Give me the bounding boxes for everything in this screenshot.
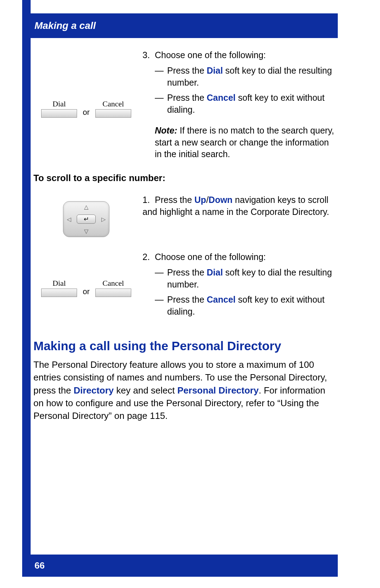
directory-keyword: Directory xyxy=(74,385,114,396)
step-row-nav-1: △ ▽ ◁ ▷ ↵ 1.Press the Up/Down navigation… xyxy=(33,194,336,237)
note-label: Note: xyxy=(155,125,177,135)
header-title: Making a call xyxy=(34,20,96,31)
step-number: 1. xyxy=(142,194,155,206)
up-keyword: Up xyxy=(195,195,206,205)
step-number: 2. xyxy=(142,251,155,263)
nav-step-1-text: 1.Press the Up/Down navigation keys to s… xyxy=(139,194,336,237)
softkey-dial: Dial xyxy=(41,99,77,118)
step-number: 3. xyxy=(142,49,155,61)
or-text: or xyxy=(83,287,90,296)
personal-directory-keyword: Personal Directory xyxy=(177,385,259,396)
margin-strip-top xyxy=(22,0,31,13)
softkey-cancel-label: Cancel xyxy=(102,99,124,109)
step-3-option-a: Press the Dial soft key to dial the resu… xyxy=(142,65,336,89)
softkey-cancel-button-icon xyxy=(95,289,131,297)
pd-heading: Making a call using the Personal Directo… xyxy=(33,339,336,353)
enter-key-icon: ↵ xyxy=(77,215,96,224)
cancel-keyword: Cancel xyxy=(207,93,236,103)
or-text: or xyxy=(83,108,90,117)
step-2-lead: Choose one of the following: xyxy=(155,252,266,262)
step-2-text: 2.Choose one of the following: Press the… xyxy=(139,251,336,318)
softkey-illustration: Dial or Cancel xyxy=(33,49,139,160)
page-content: Dial or Cancel 3.Choose one of the follo… xyxy=(33,49,336,422)
page-number: 66 xyxy=(34,560,45,571)
step-row-3: Dial or Cancel 3.Choose one of the follo… xyxy=(33,49,336,160)
softkey-cancel-button-icon xyxy=(95,109,131,118)
softkey-cancel: Cancel xyxy=(95,279,131,297)
softkey-dial-label: Dial xyxy=(52,279,66,288)
softkey-dial: Dial xyxy=(41,279,77,297)
softkey-cancel-label: Cancel xyxy=(102,279,124,288)
step-3-text: 3.Choose one of the following: Press the… xyxy=(139,49,336,160)
navpad-illustration: △ ▽ ◁ ▷ ↵ xyxy=(33,194,139,237)
page-header: Making a call xyxy=(22,13,338,38)
document-page: Making a call Dial or Cancel xyxy=(0,0,380,588)
pd-body: The Personal Directory feature allows yo… xyxy=(33,358,336,422)
softkey-dial-button-icon xyxy=(41,109,77,118)
down-arrow-icon: ▽ xyxy=(84,228,88,235)
dial-keyword: Dial xyxy=(207,66,223,75)
softkey-cancel: Cancel xyxy=(95,99,131,118)
softkey-dial-label: Dial xyxy=(52,99,66,109)
step-3-note: Note: If there is no match to the search… xyxy=(142,125,336,160)
left-arrow-icon: ◁ xyxy=(67,216,71,223)
scroll-subheading: To scroll to a specific number: xyxy=(33,173,336,184)
down-keyword: Down xyxy=(209,195,233,205)
right-arrow-icon: ▷ xyxy=(101,216,106,223)
step-3-option-b: Press the Cancel soft key to exit withou… xyxy=(142,92,336,116)
navpad-icon: △ ▽ ◁ ▷ ↵ xyxy=(63,201,109,237)
step-2-option-b: Press the Cancel soft key to exit withou… xyxy=(142,294,336,318)
softkey-dial-button-icon xyxy=(41,289,77,297)
dial-keyword: Dial xyxy=(207,267,223,277)
cancel-keyword: Cancel xyxy=(207,295,236,304)
softkey-illustration-2: Dial or Cancel xyxy=(33,251,139,318)
step-2-option-a: Press the Dial soft key to dial the resu… xyxy=(142,267,336,291)
up-arrow-icon: △ xyxy=(84,204,88,210)
page-footer: 66 xyxy=(22,555,338,577)
step-3-lead: Choose one of the following: xyxy=(155,50,266,60)
step-row-2: Dial or Cancel 2.Choose one of the follo… xyxy=(33,251,336,318)
margin-strip xyxy=(22,38,31,555)
